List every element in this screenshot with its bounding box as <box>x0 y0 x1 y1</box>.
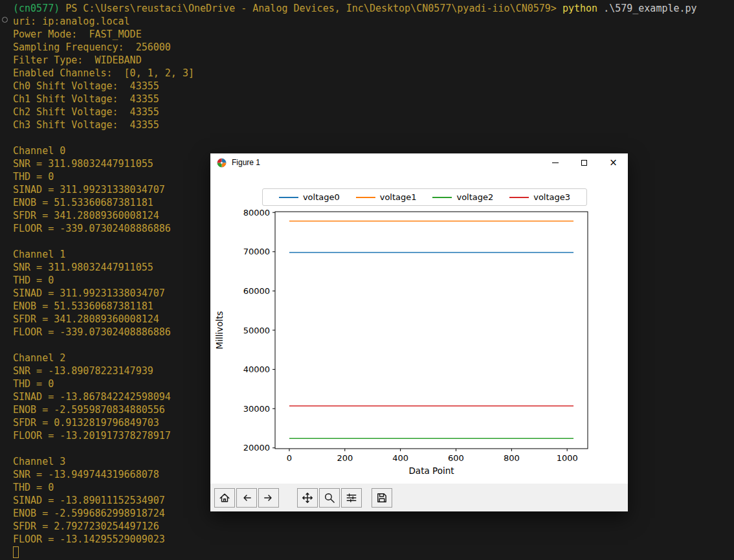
legend-label: voltage1 <box>380 192 417 202</box>
configure-subplots-button[interactable] <box>341 488 362 508</box>
legend-item-voltage3: voltage3 <box>509 192 570 202</box>
x-tick-label: 400 <box>392 453 408 463</box>
y-tick-label: 60000 <box>243 286 270 296</box>
terminal-line: Ch0 Shift Voltage: 43355 <box>13 80 729 93</box>
legend-item-voltage1: voltage1 <box>356 192 417 202</box>
maximize-button[interactable] <box>570 153 599 172</box>
terminal-prompt-line: (cn0577) PS C:\Users\reustaci\OneDrive -… <box>13 2 729 15</box>
terminal-line: Filter Type: WIDEBAND <box>13 54 729 67</box>
x-tick-label: 800 <box>504 453 520 463</box>
back-icon <box>241 492 252 504</box>
forward-button[interactable] <box>258 488 279 508</box>
figure-window: Figure 1 × 20000300004000050000600007000… <box>210 153 628 511</box>
back-button[interactable] <box>236 488 257 508</box>
axes-spines <box>275 212 588 449</box>
terminal-line: Ch2 Shift Voltage: 43355 <box>13 106 729 118</box>
terminal-line <box>13 131 729 144</box>
home-icon <box>219 492 230 504</box>
x-tick-label: 200 <box>337 453 353 463</box>
plot-legend: voltage0voltage1voltage2voltage3 <box>262 188 587 206</box>
x-tick-label: 600 <box>448 453 464 463</box>
zoom-button[interactable] <box>319 488 340 508</box>
legend-label: voltage2 <box>456 192 493 202</box>
command-decoration-icon[interactable] <box>2 17 8 23</box>
terminal-line: uri: ip:analog.local <box>13 15 729 28</box>
prompt-argument: .\579_example.py <box>603 3 697 14</box>
x-tick-label: 0 <box>287 453 292 463</box>
terminal-cursor <box>13 546 19 558</box>
terminal-line: Enabled Channels: [0, 1, 2, 3] <box>13 67 729 80</box>
minimize-icon <box>552 162 559 163</box>
legend-line-sample <box>279 197 298 198</box>
terminal-line: Ch1 Shift Voltage: 43355 <box>13 93 729 106</box>
plot-area[interactable]: 2000030000400005000060000700008000002004… <box>210 172 628 484</box>
window-controls: × <box>540 153 628 172</box>
y-tick-label: 80000 <box>243 208 270 218</box>
save-button[interactable] <box>372 488 392 508</box>
maximize-icon <box>581 160 587 166</box>
prompt-command: python <box>562 3 597 14</box>
window-title: Figure 1 <box>232 158 260 167</box>
legend-line-sample <box>509 197 529 198</box>
close-icon: × <box>609 158 617 168</box>
legend-line-sample <box>356 197 375 198</box>
terminal-line: Ch3 Shift Voltage: 43355 <box>13 118 729 131</box>
pan-button[interactable] <box>297 488 318 508</box>
minimize-button[interactable] <box>540 153 570 172</box>
x-axis-label: Data Point <box>408 465 454 476</box>
y-tick-label: 20000 <box>243 443 270 453</box>
save-icon <box>376 492 388 504</box>
terminal-line: Sampling Frequency: 256000 <box>13 41 729 54</box>
terminal-line: SFDR = 2.7927230254497126 <box>13 520 729 533</box>
venv-prefix: (cn0577) <box>13 3 60 14</box>
legend-label: voltage0 <box>303 192 340 202</box>
close-button[interactable]: × <box>599 153 628 172</box>
legend-item-voltage2: voltage2 <box>432 192 493 202</box>
forward-icon <box>263 492 274 504</box>
configure-subplots-icon <box>346 492 357 504</box>
figure-titlebar[interactable]: Figure 1 × <box>210 153 628 172</box>
matplotlib-icon <box>217 158 227 168</box>
terminal-line: FLOOR = -13.14295529009023 <box>13 533 729 546</box>
zoom-icon <box>324 492 335 504</box>
prompt-path: PS C:\Users\reustaci\OneDrive - Analog D… <box>65 3 557 14</box>
y-tick-label: 30000 <box>243 404 270 414</box>
y-tick-label: 40000 <box>243 364 270 374</box>
terminal-line: Power Mode: FAST_MODE <box>13 28 729 41</box>
legend-label: voltage3 <box>533 192 570 202</box>
pan-icon <box>302 492 313 504</box>
y-tick-label: 50000 <box>243 326 270 335</box>
figure-toolbar <box>210 484 628 511</box>
y-axis-label: Millivolts <box>214 311 225 350</box>
y-tick-label: 70000 <box>243 247 270 256</box>
legend-item-voltage0: voltage0 <box>279 192 340 202</box>
legend-line-sample <box>432 197 452 198</box>
home-button[interactable] <box>214 488 235 508</box>
x-tick-label: 1000 <box>557 453 578 463</box>
plot-canvas[interactable]: 2000030000400005000060000700008000002004… <box>210 172 628 484</box>
